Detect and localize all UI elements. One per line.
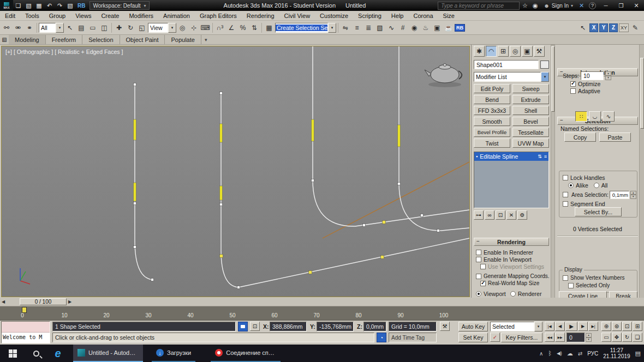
time-slider-right-arrow[interactable]: ▶ [67, 299, 73, 304]
app-logo[interactable]: MAX [0, 0, 13, 11]
select-object-icon[interactable]: ↖ [64, 22, 75, 33]
modifier-bend-button[interactable]: Bend [474, 95, 510, 104]
tray-volume-icon[interactable]: ◀) [557, 351, 562, 356]
add-time-tag-field[interactable]: Add Time Tag [389, 333, 437, 342]
viewport-canvas[interactable] [2, 46, 469, 297]
real-world-box[interactable] [480, 281, 486, 286]
tab-populate[interactable]: Populate [165, 35, 201, 44]
x-coordinate-field[interactable]: 388,886mm [270, 322, 307, 331]
render-setup-icon[interactable]: ♨ [420, 22, 431, 33]
axis-xy-button[interactable]: XY [619, 23, 629, 32]
keyboard-override-icon[interactable]: ⌨ [200, 22, 211, 33]
select-by-button[interactable]: Select By... [575, 207, 622, 216]
rb-plugin-badge[interactable]: RB [75, 3, 87, 9]
modifier-stack[interactable]: ▪ Editable Spline ⇅ ≡ [474, 152, 549, 208]
snap-toggle-icon[interactable]: ∩³ [214, 22, 225, 33]
show-vertex-numbers-checkbox[interactable]: Show Vertex Numbers [563, 274, 637, 281]
panel-scrollbar-right[interactable] [639, 45, 644, 321]
zoom-extents-icon[interactable]: ⊡ [622, 322, 632, 331]
current-frame-spinner[interactable]: ▴▾ [586, 333, 592, 342]
align-icon[interactable]: ≡ [351, 22, 362, 33]
select-and-rotate-icon[interactable]: ↻ [125, 22, 136, 33]
modifier-bevel-profile-button[interactable]: Bevel Profile [474, 128, 510, 137]
teapot-object[interactable] [425, 63, 462, 87]
select-and-link-icon[interactable]: ⚯ [1, 22, 12, 33]
object-name-field[interactable]: Shape001 [474, 60, 539, 69]
menu-help[interactable]: Help [386, 11, 409, 21]
zoom-icon[interactable]: ⊕ [601, 322, 611, 331]
display-tab-icon[interactable]: ▣ [522, 46, 533, 57]
rendered-frame-icon[interactable]: ▣ [432, 22, 443, 33]
select-and-move-icon[interactable]: ✚ [114, 22, 124, 33]
axis-z-button[interactable]: Z [609, 23, 618, 32]
orange-spline[interactable] [323, 162, 469, 238]
next-frame-button[interactable]: ▶ [578, 322, 588, 331]
selection-lock-toggle[interactable] [238, 322, 248, 331]
curve-editor-icon[interactable]: ∿ [386, 22, 397, 33]
sign-in-button[interactable]: ☻ Sign In ▾ [540, 3, 576, 9]
motion-tab-icon[interactable]: ◎ [510, 46, 521, 57]
object-color-swatch[interactable] [540, 61, 549, 69]
spline-vertices[interactable] [134, 83, 440, 289]
stack-item-toggle-icon[interactable]: ⇅ [538, 154, 542, 159]
start-button[interactable] [0, 345, 25, 362]
taskbar-app-3dsmax[interactable]: Untitled - Autodesk... [73, 345, 143, 362]
unlink-selection-icon[interactable]: ⚮ [13, 22, 23, 33]
segment-end-box[interactable] [563, 201, 568, 207]
pen-tool-icon[interactable]: ✎ [630, 22, 641, 33]
absolute-offset-toggle[interactable]: ⊡ [250, 322, 260, 331]
stack-item-editable-spline[interactable]: ▪ Editable Spline ⇅ ≡ [474, 152, 548, 161]
menu-graph-editors[interactable]: Graph Editors [195, 11, 242, 21]
steps-spinner[interactable]: ▴▾ [605, 71, 611, 80]
field-of-view-icon[interactable]: ▭ [601, 333, 611, 342]
show-vertex-numbers-box[interactable] [563, 275, 568, 281]
make-unique-icon[interactable]: ⊡ [496, 210, 505, 220]
tab-modeling[interactable]: Modeling [9, 35, 46, 44]
play-button[interactable]: ▶ [565, 322, 577, 331]
adaptive-box[interactable] [570, 88, 576, 94]
modifier-list-dropdown[interactable]: Modifier List ▾ [474, 72, 549, 82]
current-frame-field[interactable]: 0 [567, 333, 585, 342]
ribbon-toggle-icon[interactable]: ▧ [374, 22, 385, 33]
menu-group[interactable]: Group [44, 11, 71, 21]
optimize-checkbox[interactable]: Optimize [570, 80, 637, 87]
area-selection-box[interactable] [563, 192, 568, 197]
percent-snap-icon[interactable]: % [237, 22, 248, 33]
close-button[interactable]: ✕ [629, 2, 644, 9]
spline-shapes[interactable] [135, 46, 469, 287]
all-radio[interactable]: All [594, 182, 608, 189]
modifier-shell-button[interactable]: Shell [512, 106, 549, 115]
paste-button[interactable]: Paste [599, 132, 631, 142]
undo-icon[interactable]: ↶ [44, 1, 55, 11]
menu-rendering[interactable]: Rendering [242, 11, 279, 21]
selected-segments[interactable] [134, 119, 401, 201]
rb-toolbar-badge[interactable]: RB [455, 24, 465, 32]
pan-icon[interactable]: ✥ [612, 333, 622, 342]
go-to-end-button[interactable]: ▶| [588, 322, 598, 331]
redo-icon[interactable]: ↷ [55, 1, 65, 11]
modifier-extrude-button[interactable]: Extrude [512, 95, 549, 104]
lock-handles-checkbox[interactable]: Lock Handles [563, 174, 637, 181]
auto-key-button[interactable]: Auto Key [458, 322, 488, 331]
tab-freeform[interactable]: Freeform [46, 35, 83, 44]
menu-customize[interactable]: Customize [315, 11, 353, 21]
menu-views[interactable]: Views [70, 11, 96, 21]
segment-subobject-button[interactable]: ◡ [589, 111, 601, 122]
remove-modifier-icon[interactable]: ✕ [506, 210, 516, 220]
alike-radio[interactable]: Alike [568, 182, 588, 189]
key-filters-button[interactable]: Key Filters... [501, 333, 542, 342]
taskbar-app-browser[interactable]: Соединение сплай... [211, 345, 281, 362]
selection-region-icon[interactable]: ▭ [87, 22, 98, 33]
area-selection-field[interactable]: 0,1mm [610, 191, 629, 199]
modifier-tessellate-button[interactable]: Tessellate [512, 128, 549, 137]
panel-scrollbar-left[interactable] [551, 45, 555, 321]
viewport-radio[interactable]: Viewport [476, 291, 506, 297]
generate-mapping-checkbox[interactable]: Generate Mapping Coords. [476, 273, 548, 280]
project-folder-icon[interactable]: ▧ [65, 1, 75, 11]
renderer-radio[interactable]: Renderer [510, 291, 542, 297]
layer-manager-icon[interactable]: ≣ [363, 22, 374, 33]
language-indicator[interactable]: РУС [587, 351, 598, 357]
pin-stack-icon[interactable]: ⊶ [474, 210, 484, 220]
maxscript-listener[interactable]: Welcome to M [1, 321, 50, 343]
segment-end-checkbox[interactable]: Segment End [563, 200, 637, 207]
